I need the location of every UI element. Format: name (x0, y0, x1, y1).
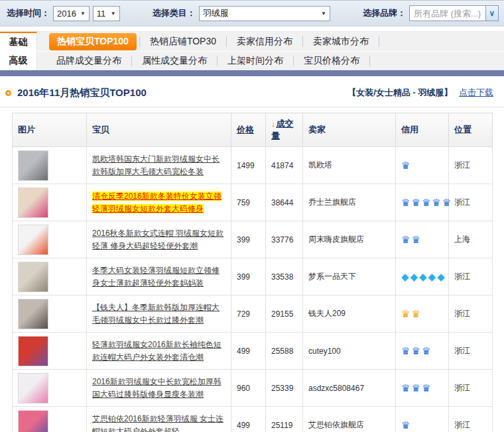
image-cell (13, 221, 87, 258)
item-cell: 轻薄款羽绒服女2016新款长袖纯色短款连帽大码户外女装外套清仓潮 (87, 333, 231, 370)
product-title-link[interactable]: 凯欧塔韩国东大门新款羽绒服女中长款韩版加厚大毛领大码宽松冬装 (92, 154, 220, 176)
item-cell: 【钱夫人】冬季新款韩版加厚连帽大毛领羽绒服女中长款过膝外套潮 (87, 296, 231, 333)
item-cell: 清仓反季2016新款冬装特价女装立领轻薄羽绒服女短款外套大码修身 (87, 184, 231, 221)
price-sort-link[interactable]: 价格 (237, 125, 254, 135)
brand-dropdown-button[interactable]: ∨ (485, 5, 499, 21)
seller-cell: 凯欧塔 (303, 147, 396, 184)
tab-row-basic: 基础 热销宝贝TOP100热销店铺TOP30卖家信用分布卖家城市分布 (0, 32, 504, 51)
product-thumbnail[interactable] (18, 410, 48, 432)
product-thumbnail[interactable] (18, 225, 48, 255)
col-item: 宝贝 (87, 113, 231, 147)
item-cell: 艾思铂依2016新款轻薄羽绒服 女士连帽短款大码户外外套超轻 (87, 407, 231, 432)
tab-group-advanced[interactable]: 高级 (0, 52, 37, 70)
tab-basic-2[interactable]: 卖家信用分布 (227, 34, 302, 50)
table-row: 轻薄款羽绒服女2016新款长袖纯色短款连帽大码户外女装外套清仓潮49925588… (13, 333, 493, 370)
category-select-value: 羽绒服 (203, 7, 229, 19)
blue-crown-icon: ♛♛♛ (401, 382, 432, 394)
year-select[interactable]: 2016 ▼ (53, 6, 90, 21)
month-select[interactable]: 11 ▼ (93, 6, 120, 21)
col-location: 位置 (449, 113, 493, 147)
seller-cell: 乔士兰旗舰店 (303, 184, 396, 221)
product-title-link[interactable]: 轻薄款羽绒服女2016新款长袖纯色短款连帽大码户外女装外套清仓潮 (92, 340, 221, 362)
tab-group-basic[interactable]: 基础 (0, 32, 37, 51)
advanced-tabs: 品牌成交量分布属性成交量分布上架时间分布宝贝价格分布 (37, 52, 504, 70)
image-cell (13, 407, 87, 432)
table-row: 凯欧塔韩国东大门新款羽绒服女中长款韩版加厚大毛领大码宽松冬装149941874凯… (13, 147, 493, 184)
month-select-value: 11 (97, 9, 106, 19)
credit-cell: ♛♛ (396, 296, 449, 333)
tab-advanced-0[interactable]: 品牌成交量分布 (46, 53, 131, 69)
location-cell: 浙江 (449, 407, 493, 432)
blue-diamond-icon: ◆◆◆◆◆ (401, 271, 446, 283)
page-header-right: 【女装/女士精品 - 羽绒服】 点击下载 (347, 87, 493, 99)
item-cell: 冬季大码女装轻薄羽绒服短款立领修身女士薄款超薄轻便外套妈妈装 (87, 258, 231, 296)
dropdown-arrow-icon: ▼ (80, 11, 86, 17)
credit-cell: ◆◆◆◆◆ (396, 258, 449, 296)
blue-crown-icon: ♛♛ (401, 234, 422, 246)
tab-basic-3[interactable]: 卖家城市分布 (303, 34, 379, 50)
volume-cell: 41874 (266, 147, 303, 184)
product-title-link[interactable]: 2016秋冬新款女式连帽 羽绒服女短款轻薄 修身大码超轻轻便外套潮 (92, 229, 223, 250)
divider-bar (0, 70, 504, 76)
product-thumbnail[interactable] (18, 262, 48, 292)
product-thumbnail[interactable] (18, 373, 48, 404)
credit-cell: ♛ (396, 147, 449, 184)
image-cell (13, 258, 87, 296)
download-link[interactable]: 点击下载 (459, 87, 493, 97)
table-header-row: 图片 宝贝 价格 ↓成交量 卖家 信用 位置 (13, 113, 493, 147)
location-cell: 浙江 (449, 258, 493, 296)
price-cell: 729 (231, 296, 266, 333)
tab-separator (369, 56, 370, 66)
location-cell: 浙江 (449, 296, 493, 333)
tab-advanced-2[interactable]: 上架时间分布 (218, 53, 293, 69)
seller-cell: 周末嗨皮旗舰店 (303, 221, 396, 258)
price-cell: 1499 (231, 147, 266, 184)
tab-basic-1[interactable]: 热销店铺TOP30 (140, 34, 226, 50)
price-cell: 499 (231, 407, 266, 432)
blue-crown-icon: ♛♛♛ (401, 345, 432, 357)
product-thumbnail[interactable] (18, 336, 48, 366)
price-cell: 759 (231, 184, 266, 221)
seller-cell: cutey100 (303, 333, 396, 370)
product-title-link[interactable]: 冬季大码女装轻薄羽绒服短款立领修身女士薄款超薄轻便外套妈妈装 (92, 266, 220, 288)
filter-toolbar: 选择时间： 2016 ▼ 11 ▼ 选择类目： 羽绒服 ▼ 选择品牌： ∨ (0, 0, 504, 27)
category-select[interactable]: 羽绒服 ▼ (199, 6, 330, 21)
image-cell (13, 333, 87, 370)
volume-cell: 33776 (266, 221, 303, 258)
product-title-link[interactable]: 艾思铂依2016新款轻薄羽绒服 女士连帽短款大码户外外套超轻 (92, 414, 223, 432)
blue-crown-icon: ♛♛♛♛♛ (401, 197, 452, 209)
price-cell: 499 (231, 333, 266, 370)
product-thumbnail[interactable] (18, 150, 48, 181)
credit-cell: ♛♛ (396, 221, 449, 258)
category-breadcrumb: 【女装/女士精品 - 羽绒服】 (347, 87, 452, 97)
table-row: 2016秋冬新款女式连帽 羽绒服女短款轻薄 修身大码超轻轻便外套潮3993377… (13, 221, 493, 258)
product-title-link[interactable]: 清仓反季2016新款冬装特价女装立领轻薄羽绒服女短款外套大码修身 (92, 191, 221, 213)
time-filter-label: 选择时间： (7, 7, 50, 19)
price-cell: 960 (231, 370, 266, 407)
product-thumbnail[interactable] (18, 188, 48, 218)
volume-cell: 33538 (266, 258, 303, 296)
product-title-link[interactable]: 【钱夫人】冬季新款韩版加厚连帽大毛领羽绒服女中长款过膝外套潮 (92, 303, 220, 325)
top100-table: 图片 宝贝 价格 ↓成交量 卖家 信用 位置 凯欧塔韩国东大门新款羽绒服女中长款… (12, 113, 493, 432)
category-filter-label: 选择类目： (153, 7, 196, 19)
tab-basic-0[interactable]: 热销宝贝TOP100 (49, 33, 137, 50)
product-title-link[interactable]: 2016新款羽绒服女中长款宽松加厚韩国大码过膝韩版修身显瘦冬装潮 (92, 377, 221, 399)
credit-cell: ♛♛♛♛♛ (396, 184, 449, 221)
brand-search-input[interactable] (409, 5, 485, 21)
spacer (0, 27, 504, 31)
volume-cell: 38644 (266, 184, 303, 221)
seller-cell: 钱夫人209 (303, 296, 396, 333)
product-thumbnail[interactable] (18, 299, 48, 329)
tab-advanced-1[interactable]: 属性成交量分布 (132, 53, 217, 69)
divider-line (0, 107, 504, 107)
table-row: 清仓反季2016新款冬装特价女装立领轻薄羽绒服女短款外套大码修身75938644… (13, 184, 493, 221)
volume-cell: 25588 (266, 333, 303, 370)
credit-cell: ♛ (396, 407, 449, 432)
dropdown-arrow-icon: ▼ (111, 11, 116, 17)
seller-cell: 艾思铂依旗舰店 (303, 407, 396, 432)
credit-cell: ♛♛♛ (396, 370, 449, 407)
seller-cell: asdzxc5808467 (303, 370, 396, 407)
location-cell: 浙江 (449, 184, 493, 221)
brand-filter-label: 选择品牌： (363, 7, 406, 19)
tab-advanced-3[interactable]: 宝贝价格分布 (294, 53, 369, 69)
